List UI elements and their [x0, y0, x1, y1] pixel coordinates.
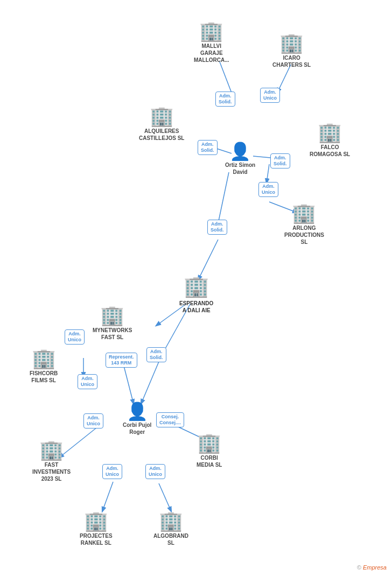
algobrand-node: 🏢 ALGOBRAND SL	[153, 511, 188, 546]
algobrand-label: ALGOBRAND SL	[153, 532, 188, 546]
badge-adm-solid-corbi: Adm. Solid.	[146, 347, 166, 362]
ortiz-node: 👤 Ortiz Simon David	[225, 143, 255, 175]
svg-line-6	[218, 172, 229, 223]
fishcorb-label: FISHCORB FILMS SL	[30, 370, 58, 384]
falco-node: 🏢 FALCO ROMAGOSA SL	[310, 123, 350, 158]
svg-line-10	[124, 366, 134, 404]
falco-icon: 🏢	[318, 123, 342, 142]
badge-adm-unico-fastinv: Adm. Unico	[83, 413, 103, 429]
corbi-person-label: Corbi Pujol Roger	[123, 422, 151, 435]
esperando-icon: 🏢	[184, 275, 209, 298]
svg-line-12	[141, 355, 162, 404]
falco-label: FALCO ROMAGOSA SL	[310, 144, 350, 158]
badge-adm-solid-mallvi: Adm. Solid.	[215, 92, 235, 107]
icaro-icon: 🏢	[279, 33, 304, 53]
projectes-label: PROJECTES RANKEL SL	[80, 532, 113, 546]
badge-adm-solid-alquileres: Adm. Solid.	[198, 140, 218, 155]
fast-inv-icon: 🏢	[39, 440, 64, 460]
mallvi-node: 🏢 MALLVI GARAJE MALLORCA...	[194, 22, 229, 64]
corbi-person-icon: 👤	[127, 403, 148, 420]
svg-line-16	[159, 483, 171, 511]
badge-adm-unico-mynetworks: Adm. Unico	[65, 329, 85, 345]
badge-adm-solid-esperando: Adm. Solid.	[207, 220, 227, 235]
badge-adm-unico-icaro: Adm. Unico	[260, 88, 280, 103]
badge-adm-unico-projectes: Adm. Unico	[102, 464, 122, 479]
corbi-media-node: 🏢 CORBI MEDIA SL	[197, 433, 222, 468]
alquileres-icon: 🏢	[150, 107, 174, 126]
arlong-icon: 🏢	[292, 203, 316, 223]
badge-represent-143rrm: Represent. 143 RRM	[106, 353, 137, 368]
mallvi-icon: 🏢	[199, 22, 223, 41]
esperando-node: 🏢 ESPERANDO A DALI AIE	[179, 275, 213, 314]
badge-adm-unico-fishcorb: Adm. Unico	[78, 374, 97, 389]
fishcorb-node: 🏢 FISHCORB FILMS SL	[30, 349, 58, 384]
svg-line-7	[198, 240, 218, 280]
corbi-media-icon: 🏢	[197, 433, 221, 453]
watermark-brand: Empresa	[363, 564, 387, 571]
fishcorb-icon: 🏢	[32, 349, 56, 368]
mynetworks-label: MYNETWORKS FAST SL	[93, 327, 132, 341]
corbi-media-label: CORBI MEDIA SL	[197, 454, 222, 468]
alquileres-node: 🏢 ALQUILERES CASTILLEJOS SL	[139, 107, 184, 142]
icaro-node: 🏢 ICARO CHARTERS SL	[272, 33, 311, 68]
alquileres-label: ALQUILERES CASTILLEJOS SL	[139, 128, 184, 142]
mallvi-label: MALLVI GARAJE MALLORCA...	[194, 43, 229, 64]
icaro-label: ICARO CHARTERS SL	[272, 54, 311, 68]
fast-inv-node: 🏢 FAST INVESTMENTS 2023 SL	[32, 440, 71, 482]
projectes-icon: 🏢	[84, 511, 108, 531]
svg-line-4	[267, 164, 269, 183]
org-chart-diagram: 🏢 MALLVI GARAJE MALLORCA... 🏢 ICARO CHAR…	[0, 0, 392, 576]
svg-line-15	[102, 482, 113, 511]
badge-adm-solid-falco: Adm. Solid.	[270, 153, 290, 168]
fast-inv-label: FAST INVESTMENTS 2023 SL	[32, 461, 71, 482]
mynetworks-icon: 🏢	[100, 306, 124, 325]
badge-consej-corbimedia: Consej. Consej....	[156, 412, 184, 427]
badge-adm-unico-arlong: Adm. Unico	[258, 182, 278, 197]
projectes-node: 🏢 PROJECTES RANKEL SL	[80, 511, 113, 546]
badge-adm-unico-algobrand: Adm. Unico	[145, 464, 165, 479]
arlong-label: ARLONG PRODUCTIONS SL	[284, 224, 324, 245]
esperando-label: ESPERANDO A DALI AIE	[179, 300, 213, 314]
mynetworks-node: 🏢 MYNETWORKS FAST SL	[93, 306, 132, 341]
ortiz-person-icon: 👤	[229, 143, 251, 160]
algobrand-icon: 🏢	[159, 511, 183, 531]
arlong-node: 🏢 ARLONG PRODUCTIONS SL	[284, 203, 324, 245]
watermark: © Empresa	[357, 564, 387, 571]
corbi-person-node: 👤 Corbi Pujol Roger	[123, 403, 151, 435]
ortiz-label: Ortiz Simon David	[225, 161, 255, 175]
